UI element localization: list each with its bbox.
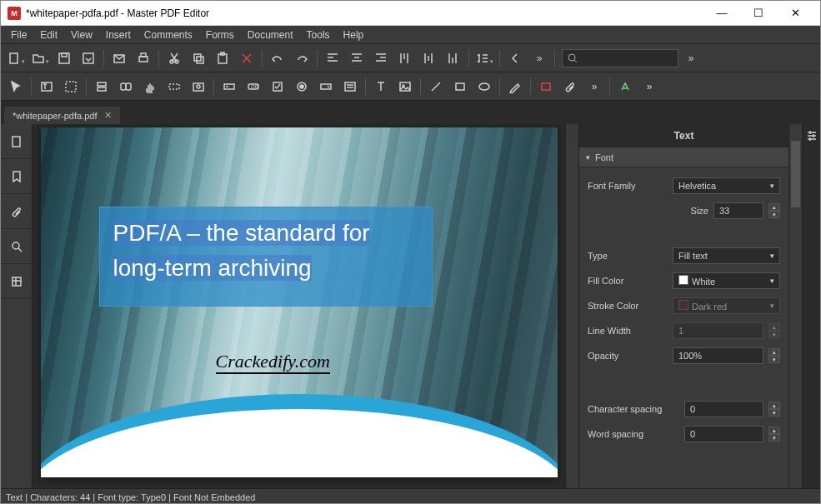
page-heading-text[interactable]: PDF/A – the standard for long-term archi… <box>113 216 418 286</box>
search-box[interactable] <box>562 49 678 67</box>
toolbar1-expand-button[interactable]: » <box>679 47 703 69</box>
canvas-scrollbar[interactable] <box>565 124 578 488</box>
fill-color-select[interactable]: White▾ <box>673 272 780 289</box>
menu-tools[interactable]: Tools <box>300 27 337 42</box>
svg-rect-17 <box>126 83 131 90</box>
snapshot-tool[interactable] <box>187 76 210 97</box>
font-size-input[interactable]: 33 <box>713 202 763 219</box>
opacity-input[interactable]: 100% <box>673 347 763 364</box>
panel-settings-handle[interactable] <box>802 124 820 488</box>
close-button[interactable]: ✕ <box>777 2 813 25</box>
form-listbox-tool[interactable] <box>338 76 362 97</box>
bookmarks-panel-button[interactable] <box>1 159 32 194</box>
font-family-select[interactable]: Helvetica▾ <box>673 177 780 194</box>
svg-rect-9 <box>194 54 201 61</box>
menu-file[interactable]: File <box>4 27 33 42</box>
menu-document[interactable]: Document <box>241 27 300 42</box>
layers-panel-button[interactable] <box>1 264 32 299</box>
document-canvas[interactable]: PDF/A – the standard for long-term archi… <box>33 124 565 488</box>
svg-rect-0 <box>10 53 18 63</box>
align-right-button[interactable] <box>369 47 393 69</box>
opacity-spinner[interactable]: ▴▾ <box>768 348 780 363</box>
svg-point-35 <box>13 242 19 249</box>
prev-page-button[interactable] <box>503 47 527 69</box>
selected-text-box[interactable]: PDF/A – the standard for long-term archi… <box>99 207 433 307</box>
form-dropdown-tool[interactable] <box>314 76 338 97</box>
word-spacing-spinner[interactable]: ▴▾ <box>768 427 780 442</box>
menu-view[interactable]: View <box>64 27 99 42</box>
char-spacing-spinner[interactable]: ▴▾ <box>768 402 780 417</box>
close-tab-icon[interactable]: ✕ <box>104 110 112 121</box>
char-spacing-input[interactable]: 0 <box>684 401 763 417</box>
form-checkbox-tool[interactable] <box>266 76 289 97</box>
sliders-icon <box>806 129 818 141</box>
svg-rect-31 <box>456 83 464 90</box>
align-left-button[interactable] <box>321 47 344 69</box>
word-spacing-input[interactable]: 0 <box>684 426 763 442</box>
align-top-button[interactable] <box>393 47 417 69</box>
edit-text-tool[interactable] <box>35 76 58 97</box>
svg-rect-15 <box>66 82 76 92</box>
new-file-button[interactable] <box>4 47 28 69</box>
save-button[interactable] <box>53 47 76 69</box>
line-width-label: Line Width <box>588 326 668 336</box>
page[interactable]: PDF/A – the standard for long-term archi… <box>41 127 558 477</box>
hand-tool[interactable] <box>138 76 162 97</box>
page-expand-button[interactable]: » <box>528 47 551 69</box>
attachments-panel-button[interactable] <box>1 194 32 229</box>
select-tool[interactable] <box>4 76 28 97</box>
svg-rect-16 <box>121 83 126 90</box>
save-as-button[interactable] <box>77 47 100 69</box>
toolbar2-expand-2-button[interactable]: » <box>638 76 661 97</box>
undo-button[interactable] <box>266 47 289 69</box>
cut-button[interactable] <box>163 47 186 69</box>
panel-scrollbar[interactable] <box>788 124 802 488</box>
font-size-spinner[interactable]: ▴▾ <box>768 203 780 218</box>
menu-comments[interactable]: Comments <box>138 27 199 42</box>
menu-forms[interactable]: Forms <box>199 27 241 42</box>
font-family-label: Font Family <box>588 181 668 191</box>
pencil-tool[interactable] <box>503 76 527 97</box>
rectangle-tool[interactable] <box>448 76 472 97</box>
search-panel-button[interactable] <box>1 229 32 264</box>
align-middle-button[interactable] <box>418 47 441 69</box>
email-button[interactable] <box>108 47 131 69</box>
redo-button[interactable] <box>290 47 313 69</box>
form-button-tool[interactable]: OK <box>242 76 265 97</box>
print-button[interactable] <box>132 47 155 69</box>
paste-button[interactable] <box>211 47 234 69</box>
search-input[interactable] <box>577 53 673 63</box>
stroke-color-select: Dark red▾ <box>673 297 780 314</box>
comment-rect-tool[interactable] <box>534 76 558 97</box>
copy-button[interactable] <box>187 47 210 69</box>
menu-edit[interactable]: Edit <box>33 27 64 42</box>
form-text-field-tool[interactable] <box>218 76 241 97</box>
open-file-button[interactable] <box>28 47 52 69</box>
link-tool[interactable] <box>114 76 138 97</box>
ellipse-tool[interactable] <box>473 76 496 97</box>
form-radio-tool[interactable] <box>290 76 313 97</box>
attachment-tool[interactable] <box>558 76 582 97</box>
edit-object-tool[interactable] <box>59 76 83 97</box>
spacing-button[interactable] <box>473 47 496 69</box>
highlight-tool[interactable] <box>613 76 637 97</box>
align-bottom-button[interactable] <box>442 47 465 69</box>
toolbar2-expand-button[interactable]: » <box>583 76 606 97</box>
insert-text-tool[interactable] <box>369 76 393 97</box>
menu-insert[interactable]: Insert <box>99 27 138 42</box>
line-tool[interactable] <box>424 76 448 97</box>
window-title: *whitepaper-pdfa.pdf - Master PDF Editor <box>26 7 703 19</box>
delete-button[interactable] <box>235 47 258 69</box>
panel-section-font[interactable]: ▾ Font <box>579 147 788 167</box>
insert-image-tool[interactable] <box>393 76 417 97</box>
select-text-tool[interactable] <box>163 76 186 97</box>
align-center-button[interactable] <box>345 47 368 69</box>
menu-help[interactable]: Help <box>337 27 371 42</box>
maximize-button[interactable]: ☐ <box>740 2 777 25</box>
left-sidebar <box>1 124 33 488</box>
type-select[interactable]: Fill text▾ <box>673 247 780 264</box>
pages-panel-button[interactable] <box>1 124 32 159</box>
document-tab[interactable]: *whitepaper-pdfa.pdf ✕ <box>4 107 120 124</box>
edit-form-tool[interactable] <box>90 76 113 97</box>
minimize-button[interactable]: — <box>703 2 740 25</box>
